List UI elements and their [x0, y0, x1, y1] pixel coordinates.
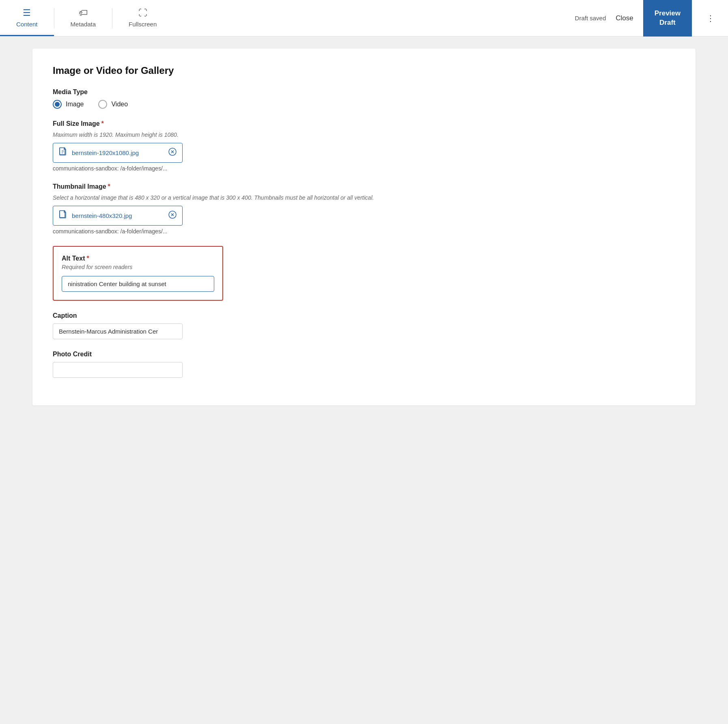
full-size-image-label: Full Size Image * [53, 120, 675, 127]
radio-image-label: Image [66, 101, 84, 108]
full-size-image-group: Full Size Image * Maximum width is 1920.… [53, 120, 675, 172]
caption-input[interactable] [53, 323, 183, 339]
alt-text-section: Alt Text * Required for screen readers [53, 246, 223, 301]
alt-text-label: Alt Text * [62, 255, 214, 262]
preview-line2: Draft [659, 18, 676, 27]
tab-content-label: Content [16, 21, 38, 28]
thumbnail-clear-button[interactable] [168, 211, 177, 221]
alt-text-required-star: * [86, 255, 89, 262]
close-button[interactable]: Close [616, 14, 633, 22]
full-size-clear-button[interactable] [168, 148, 177, 158]
radio-video-circle [98, 100, 107, 109]
full-size-image-file-field[interactable]: bernstein-1920x1080.jpg [53, 143, 183, 163]
preview-line1: Preview [655, 9, 681, 18]
tab-metadata[interactable]: 🏷 Metadata [54, 0, 112, 36]
content-icon: ☰ [23, 8, 31, 18]
thumbnail-image-label: Thumbnail Image * [53, 183, 675, 190]
alt-text-hint: Required for screen readers [62, 264, 214, 270]
alt-text-input[interactable] [62, 276, 214, 292]
topbar-right: Draft saved Close Preview Draft ⋮ [575, 0, 728, 37]
photo-credit-label: Photo Credit [53, 351, 675, 358]
media-type-radio-group: Image Video [53, 100, 675, 109]
media-type-group: Media Type Image Video [53, 88, 675, 109]
more-options-button[interactable]: ⋮ [702, 13, 720, 24]
full-size-required-star: * [101, 120, 104, 127]
more-icon: ⋮ [706, 14, 715, 23]
thumbnail-image-hint: Select a horizontal image that is 480 x … [53, 194, 675, 201]
page-wrapper: Image or Video for Gallery Media Type Im… [0, 49, 728, 724]
full-size-file-path: communications-sandbox: /a-folder/images… [53, 165, 675, 172]
thumbnail-file-path: communications-sandbox: /a-folder/images… [53, 228, 675, 235]
thumbnail-image-group: Thumbnail Image * Select a horizontal im… [53, 183, 675, 235]
media-type-label: Media Type [53, 88, 675, 96]
caption-label: Caption [53, 312, 675, 319]
thumbnail-file-name: bernstein-480x320.jpg [72, 212, 164, 219]
metadata-icon: 🏷 [79, 8, 88, 18]
radio-image-circle [53, 100, 62, 109]
section-title: Image or Video for Gallery [53, 65, 675, 76]
radio-video-label: Video [111, 101, 128, 108]
radio-image[interactable]: Image [53, 100, 84, 109]
thumbnail-required-star: * [108, 183, 110, 190]
full-size-image-hint: Maximum width is 1920. Maximum height is… [53, 131, 675, 138]
topbar: ☰ Content 🏷 Metadata ⛶ Fullscreen Draft … [0, 0, 728, 37]
radio-video[interactable]: Video [98, 100, 128, 109]
photo-credit-group: Photo Credit [53, 351, 675, 378]
fullscreen-icon: ⛶ [138, 8, 147, 18]
topbar-tabs: ☰ Content 🏷 Metadata ⛶ Fullscreen [0, 0, 173, 36]
caption-group: Caption [53, 312, 675, 339]
content-card: Image or Video for Gallery Media Type Im… [32, 49, 696, 405]
tab-content[interactable]: ☰ Content [0, 0, 54, 36]
photo-credit-input[interactable] [53, 362, 183, 378]
thumbnail-image-file-field[interactable]: bernstein-480x320.jpg [53, 206, 183, 226]
tab-fullscreen[interactable]: ⛶ Fullscreen [112, 0, 173, 36]
draft-saved-status: Draft saved [575, 15, 606, 22]
file-upload-icon-2 [59, 210, 68, 221]
tab-metadata-label: Metadata [71, 21, 96, 28]
full-size-file-name: bernstein-1920x1080.jpg [72, 149, 164, 156]
file-upload-icon-1 [59, 147, 68, 158]
tab-fullscreen-label: Fullscreen [129, 21, 157, 28]
preview-draft-button[interactable]: Preview Draft [643, 0, 692, 37]
